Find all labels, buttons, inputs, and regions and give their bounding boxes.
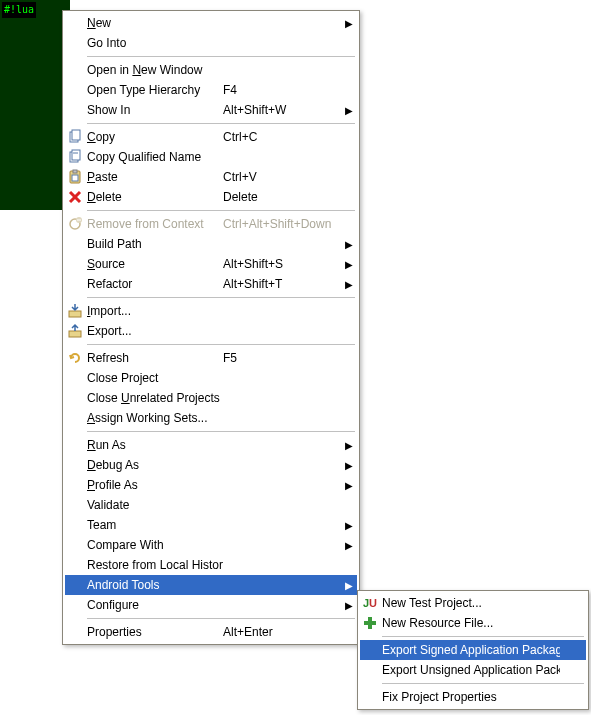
blank-icon xyxy=(360,660,380,680)
menu-item-label: Compare With xyxy=(85,538,223,552)
menu-item-new-resource-file[interactable]: New Resource File... xyxy=(360,613,586,633)
menu-separator xyxy=(87,56,355,57)
blank-icon xyxy=(360,687,380,707)
submenu-arrow-icon: ▶ xyxy=(341,105,353,116)
menu-item-shortcut: Ctrl+Alt+Shift+Down xyxy=(223,217,341,231)
menu-item-label: Debug As xyxy=(85,458,223,472)
menu-item-fix-project-properties[interactable]: Fix Project Properties xyxy=(360,687,586,707)
menu-item-label: Android Tools xyxy=(85,578,223,592)
menu-item-label: Team xyxy=(85,518,223,532)
menu-item-run-as[interactable]: Run As▶ xyxy=(65,435,357,455)
menu-item-open-type-hierarchy[interactable]: Open Type HierarchyF4 xyxy=(65,80,357,100)
menu-item-shortcut: Alt+Shift+T xyxy=(223,277,341,291)
menu-item-android-tools[interactable]: Android Tools▶ xyxy=(65,575,357,595)
svg-rect-1 xyxy=(72,130,80,140)
menu-item-profile-as[interactable]: Profile As▶ xyxy=(65,475,357,495)
import-icon xyxy=(65,301,85,321)
menu-item-open-in-new-window[interactable]: Open in New Window xyxy=(65,60,357,80)
menu-item-close-unrelated-projects[interactable]: Close Unrelated Projects xyxy=(65,388,357,408)
svg-text:U: U xyxy=(369,597,377,609)
menu-item-shortcut: Alt+Shift+S xyxy=(223,257,341,271)
menu-item-remove-from-context: Remove from ContextCtrl+Alt+Shift+Down xyxy=(65,214,357,234)
svg-rect-13 xyxy=(69,311,81,317)
menu-item-configure[interactable]: Configure▶ xyxy=(65,595,357,615)
blank-icon xyxy=(65,388,85,408)
menu-item-validate[interactable]: Validate xyxy=(65,495,357,515)
menu-item-shortcut: Alt+Enter xyxy=(223,625,341,639)
blank-icon xyxy=(65,13,85,33)
menu-item-show-in[interactable]: Show InAlt+Shift+W▶ xyxy=(65,100,357,120)
menu-item-team[interactable]: Team▶ xyxy=(65,515,357,535)
menu-item-label: Refactor xyxy=(85,277,223,291)
menu-item-label: Open Type Hierarchy xyxy=(85,83,223,97)
menu-item-label: Assign Working Sets... xyxy=(85,411,223,425)
svg-rect-6 xyxy=(73,170,77,173)
menu-item-delete[interactable]: DeleteDelete xyxy=(65,187,357,207)
blank-icon xyxy=(65,535,85,555)
menu-item-label: Copy Qualified Name xyxy=(85,150,223,164)
menu-separator xyxy=(382,636,584,637)
submenu-arrow-icon: ▶ xyxy=(341,18,353,29)
menu-item-label: New xyxy=(85,16,223,30)
menu-item-label: Configure xyxy=(85,598,223,612)
menu-item-restore-from-local-history[interactable]: Restore from Local History... xyxy=(65,555,357,575)
menu-item-label: Export Unsigned Application Package... xyxy=(380,663,560,677)
menu-item-label: Refresh xyxy=(85,351,223,365)
blank-icon xyxy=(65,274,85,294)
blank-icon xyxy=(65,60,85,80)
menu-item-export[interactable]: Export... xyxy=(65,321,357,341)
remove-ctx-icon xyxy=(65,214,85,234)
delete-icon xyxy=(65,187,85,207)
menu-item-label: Export Signed Application Package... xyxy=(380,643,560,657)
menu-item-copy[interactable]: CopyCtrl+C xyxy=(65,127,357,147)
menu-item-label: Close Project xyxy=(85,371,223,385)
submenu-arrow-icon: ▶ xyxy=(341,259,353,270)
menu-item-label: Properties xyxy=(85,625,223,639)
svg-rect-3 xyxy=(72,150,80,160)
menu-item-export-signed-application-package[interactable]: Export Signed Application Package... xyxy=(360,640,586,660)
blank-icon xyxy=(65,555,85,575)
menu-item-shortcut: F5 xyxy=(223,351,341,365)
submenu-arrow-icon: ▶ xyxy=(341,440,353,451)
blank-icon xyxy=(65,408,85,428)
blank-icon xyxy=(65,234,85,254)
menu-item-new-test-project[interactable]: JUNew Test Project... xyxy=(360,593,586,613)
blank-icon xyxy=(65,368,85,388)
menu-item-refresh[interactable]: RefreshF5 xyxy=(65,348,357,368)
menu-separator xyxy=(87,431,355,432)
menu-item-source[interactable]: SourceAlt+Shift+S▶ xyxy=(65,254,357,274)
menu-item-build-path[interactable]: Build Path▶ xyxy=(65,234,357,254)
menu-item-shortcut: Alt+Shift+W xyxy=(223,103,341,117)
menu-item-import[interactable]: Import... xyxy=(65,301,357,321)
menu-separator xyxy=(87,123,355,124)
submenu-arrow-icon: ▶ xyxy=(341,600,353,611)
menu-item-export-unsigned-application-package[interactable]: Export Unsigned Application Package... xyxy=(360,660,586,680)
menu-item-paste[interactable]: PasteCtrl+V xyxy=(65,167,357,187)
svg-rect-7 xyxy=(72,175,78,181)
blank-icon xyxy=(65,80,85,100)
bg-line: #!lua xyxy=(2,2,36,18)
menu-item-compare-with[interactable]: Compare With▶ xyxy=(65,535,357,555)
blank-icon xyxy=(65,575,85,595)
context-menu[interactable]: New▶Go IntoOpen in New WindowOpen Type H… xyxy=(62,10,360,645)
menu-item-debug-as[interactable]: Debug As▶ xyxy=(65,455,357,475)
blank-icon xyxy=(65,475,85,495)
menu-item-assign-working-sets[interactable]: Assign Working Sets... xyxy=(65,408,357,428)
menu-item-close-project[interactable]: Close Project xyxy=(65,368,357,388)
submenu-arrow-icon: ▶ xyxy=(341,480,353,491)
menu-item-refactor[interactable]: RefactorAlt+Shift+T▶ xyxy=(65,274,357,294)
svg-rect-14 xyxy=(69,331,81,337)
menu-item-copy-qualified-name[interactable]: Copy Qualified Name xyxy=(65,147,357,167)
editor-background: #!lua xyxy=(0,0,70,210)
menu-item-new[interactable]: New▶ xyxy=(65,13,357,33)
copy-icon xyxy=(65,127,85,147)
ju-icon: JU xyxy=(360,593,380,613)
android-tools-submenu[interactable]: JUNew Test Project...New Resource File..… xyxy=(357,590,589,710)
submenu-arrow-icon: ▶ xyxy=(341,460,353,471)
menu-item-properties[interactable]: PropertiesAlt+Enter xyxy=(65,622,357,642)
menu-separator xyxy=(87,344,355,345)
menu-item-label: Remove from Context xyxy=(85,217,223,231)
menu-item-label: Run As xyxy=(85,438,223,452)
menu-item-go-into[interactable]: Go Into xyxy=(65,33,357,53)
menu-item-label: Import... xyxy=(85,304,223,318)
